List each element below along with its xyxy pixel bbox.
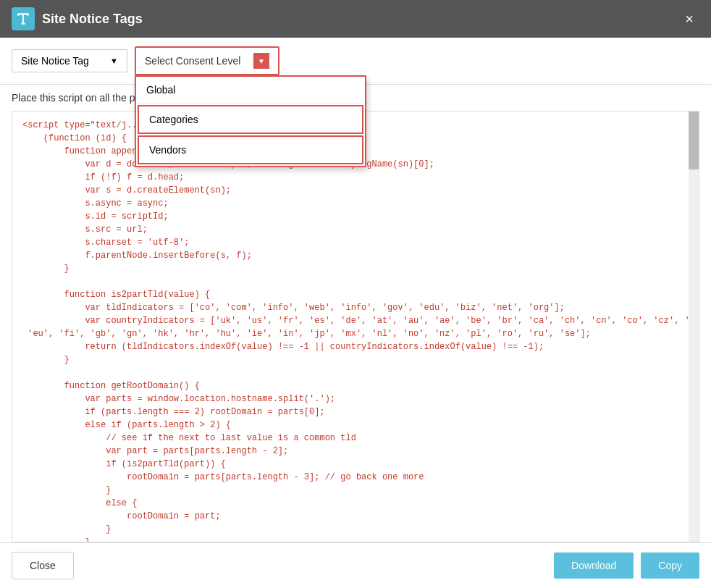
modal-title: Site Notice Tags — [42, 12, 143, 27]
consent-dropdown-menu: Global Categories Vendors — [135, 75, 366, 167]
code-block: <script type="text/j... (function (id) {… — [22, 119, 689, 542]
consent-option-categories[interactable]: Categories — [138, 105, 363, 134]
modal-footer: Close Download Copy — [0, 542, 711, 588]
header-icon — [12, 7, 35, 30]
tag-dropdown-label: Site Notice Tag — [21, 55, 89, 67]
consent-option-vendors[interactable]: Vendors — [138, 135, 363, 164]
code-scroll-area[interactable]: <script type="text/j... (function (id) {… — [12, 112, 699, 542]
tag-dropdown[interactable]: Site Notice Tag ▼ — [12, 49, 127, 72]
tag-dropdown-button[interactable]: Site Notice Tag ▼ — [12, 49, 127, 72]
consent-option-global[interactable]: Global — [136, 77, 365, 104]
modal-header: Site Notice Tags × — [0, 0, 711, 38]
modal-close-button[interactable]: × — [679, 9, 699, 29]
consent-dropdown[interactable]: Select Consent Level ▼ Global Categories… — [135, 46, 279, 75]
scrollbar-track[interactable] — [689, 112, 699, 542]
scrollbar-thumb[interactable] — [689, 112, 699, 169]
consent-dropdown-label: Select Consent Level — [145, 55, 240, 67]
code-container: <script type="text/j... (function (id) {… — [12, 111, 699, 542]
tag-dropdown-arrow: ▼ — [110, 56, 118, 65]
copy-button[interactable]: Copy — [641, 553, 699, 579]
header-left: Site Notice Tags — [12, 7, 143, 30]
modal-container: Site Notice Tags × Site Notice Tag ▼ Sel… — [0, 0, 711, 588]
consent-dropdown-button[interactable]: Select Consent Level ▼ — [135, 46, 279, 75]
footer-actions: Download Copy — [554, 553, 699, 579]
consent-dropdown-arrow: ▼ — [253, 53, 269, 69]
download-button[interactable]: Download — [554, 553, 634, 579]
modal-toolbar: Site Notice Tag ▼ Select Consent Level ▼… — [0, 38, 711, 85]
close-button[interactable]: Close — [12, 552, 74, 579]
